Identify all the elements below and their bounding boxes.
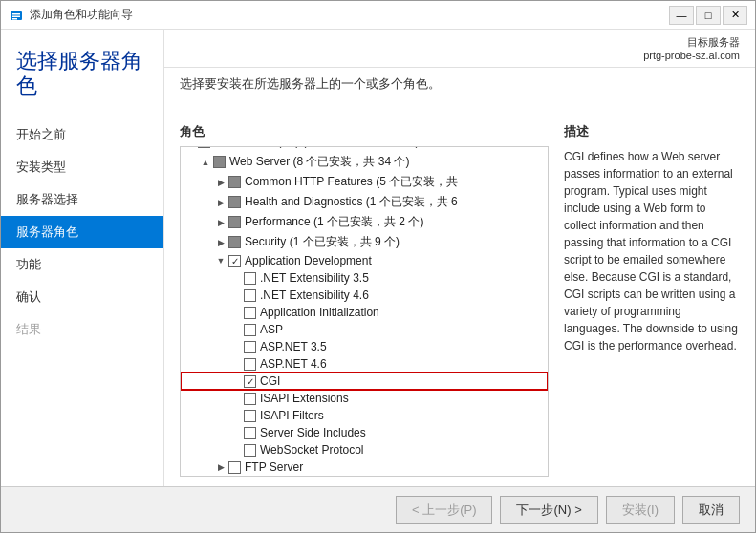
tree-item-label: .NET Extensibility 3.5 — [260, 271, 369, 285]
description-text: CGI defines how a Web server passes info… — [564, 148, 740, 354]
tree-item[interactable]: ▶Health and Diagnostics (1 个已安装，共 6 — [181, 192, 548, 212]
right-body: 角色 ▲Web Server (IIS) (9 个已安装，共 43 个)▲Web… — [164, 114, 755, 486]
right-panel: 目标服务器 prtg-probe-sz.al.com 选择要安装在所选服务器上的… — [163, 30, 755, 486]
tree-item-label: Web Server (IIS) (9 个已安装，共 43 个) — [214, 146, 419, 150]
tree-item[interactable]: ASP.NET 3.5 — [181, 338, 548, 355]
tree-item[interactable]: Server Side Includes — [181, 424, 548, 441]
tree-item-label: Performance (1 个已安装，共 2 个) — [245, 214, 423, 230]
main-window: 添加角色和功能向导 — □ ✕ 选择服务器角色 开始之前 安装类型 服务器选择 … — [0, 0, 756, 533]
svg-rect-3 — [12, 18, 17, 20]
instructions-text: 选择要安装在所选服务器上的一个或多个角色。 — [180, 75, 740, 100]
tree-item-label: CGI — [260, 374, 280, 388]
sidebar-item-install-type[interactable]: 安装类型 — [1, 151, 163, 183]
tree-item[interactable]: Application Initialization — [181, 304, 548, 321]
tree-item-label: Web Server (8 个已安装，共 34 个) — [229, 154, 409, 170]
sidebar-item-confirm[interactable]: 确认 — [1, 281, 163, 313]
tree-checkbox[interactable] — [244, 307, 256, 319]
tree-item-label: Health and Diagnostics (1 个已安装，共 6 — [245, 194, 458, 210]
tree-checkbox[interactable] — [228, 176, 241, 188]
tree-panel: 角色 ▲Web Server (IIS) (9 个已安装，共 43 个)▲Web… — [180, 123, 549, 477]
tree-item-label: ISAPI Filters — [260, 409, 324, 422]
tree-item[interactable]: ▲Web Server (8 个已安装，共 34 个) — [181, 152, 548, 172]
roles-header: 角色 — [180, 123, 549, 140]
sidebar-item-features[interactable]: 功能 — [1, 248, 163, 281]
server-info-header: 目标服务器 prtg-probe-sz.al.com — [164, 30, 755, 68]
tree-checkbox[interactable] — [244, 289, 256, 302]
page-title: 选择服务器角色 — [16, 49, 148, 99]
window-title: 添加角色和功能向导 — [30, 7, 669, 23]
tree-checkbox[interactable] — [244, 324, 256, 336]
prev-button[interactable]: < 上一步(P) — [396, 496, 493, 524]
sidebar-item-before-start[interactable]: 开始之前 — [1, 118, 163, 151]
install-button[interactable]: 安装(I) — [606, 496, 675, 524]
tree-item-label: Application Development — [245, 254, 372, 267]
tree-checkbox[interactable] — [228, 196, 241, 208]
expand-icon[interactable]: ▲ — [184, 146, 196, 148]
tree-item[interactable]: ▶Security (1 个已安装，共 9 个) — [181, 232, 548, 252]
svg-rect-1 — [12, 13, 20, 15]
svg-rect-2 — [12, 15, 20, 17]
tree-checkbox[interactable] — [244, 410, 256, 422]
sidebar-item-server-roles[interactable]: 服务器角色 — [1, 216, 163, 248]
maximize-button[interactable]: □ — [696, 6, 721, 25]
close-button[interactable]: ✕ — [723, 6, 747, 25]
cancel-button[interactable]: 取消 — [682, 496, 740, 524]
server-label: 目标服务器 — [643, 35, 740, 50]
title-bar: 添加角色和功能向导 — □ ✕ — [1, 1, 755, 30]
tree-checkbox[interactable] — [244, 341, 256, 353]
tree-checkbox[interactable] — [213, 156, 226, 168]
expand-icon[interactable]: ▲ — [200, 157, 211, 168]
tree-item-label: ASP.NET 4.6 — [260, 357, 327, 371]
description-header: 描述 — [564, 123, 740, 140]
tree-checkbox[interactable] — [244, 358, 256, 371]
tree-checkbox[interactable]: ✓ — [228, 255, 241, 267]
tree-checkbox[interactable]: ✓ — [244, 375, 256, 388]
tree-item[interactable]: .NET Extensibility 4.6 — [181, 287, 548, 304]
tree-item[interactable]: ASP — [181, 321, 548, 338]
expand-icon[interactable]: ▶ — [215, 461, 227, 473]
tree-item-label: Server Side Includes — [260, 426, 366, 439]
window-controls: — □ ✕ — [669, 6, 747, 25]
tree-checkbox[interactable] — [244, 427, 256, 439]
tree-item-label: Common HTTP Features (5 个已安装，共 — [245, 174, 458, 190]
expand-icon[interactable]: ▶ — [215, 197, 227, 208]
tree-item[interactable]: .NET Extensibility 3.5 — [181, 269, 548, 287]
tree-checkbox[interactable] — [228, 461, 241, 474]
tree-item-label: FTP Server — [245, 460, 303, 474]
tree-item-label: Application Initialization — [260, 306, 379, 319]
tree-item[interactable]: ▶Performance (1 个已安装，共 2 个) — [181, 212, 548, 232]
tree-checkbox[interactable] — [244, 393, 256, 405]
tree-item-label: ISAPI Extensions — [260, 392, 349, 405]
tree-checkbox[interactable] — [198, 146, 210, 148]
expand-icon[interactable]: ▶ — [215, 177, 227, 188]
tree-item[interactable]: ISAPI Extensions — [181, 390, 548, 407]
tree-item-label: ASP — [260, 323, 283, 336]
next-button[interactable]: 下一步(N) > — [500, 496, 597, 524]
content-area: 选择服务器角色 开始之前 安装类型 服务器选择 服务器角色 功能 确认 结果 目… — [1, 30, 755, 486]
tree-item-label: ASP.NET 3.5 — [260, 340, 327, 353]
sidebar-item-server-select[interactable]: 服务器选择 — [1, 183, 163, 216]
tree-checkbox[interactable] — [244, 444, 256, 457]
window-icon — [9, 8, 24, 23]
description-panel: 描述 CGI defines how a Web server passes i… — [549, 123, 740, 477]
tree-checkbox[interactable] — [228, 216, 241, 228]
sidebar-item-results: 结果 — [1, 313, 163, 346]
expand-icon[interactable]: ▶ — [215, 217, 227, 228]
expand-icon[interactable]: ▶ — [215, 237, 227, 248]
roles-tree[interactable]: ▲Web Server (IIS) (9 个已安装，共 43 个)▲Web Se… — [180, 146, 549, 477]
server-name: prtg-probe-sz.al.com — [643, 50, 740, 61]
tree-item-label: Security (1 个已安装，共 9 个) — [245, 234, 400, 250]
minimize-button[interactable]: — — [669, 6, 694, 25]
tree-item-label: WebSocket Protocol — [260, 443, 364, 457]
tree-item[interactable]: WebSocket Protocol — [181, 441, 548, 458]
tree-checkbox[interactable] — [228, 236, 241, 248]
tree-item[interactable]: ▶Common HTTP Features (5 个已安装，共 — [181, 172, 548, 192]
tree-item[interactable]: ISAPI Filters — [181, 407, 548, 424]
tree-item[interactable]: ▶FTP Server — [181, 458, 548, 476]
instructions-area: 选择要安装在所选服务器上的一个或多个角色。 — [164, 68, 755, 114]
tree-item[interactable]: ▼✓Application Development — [181, 252, 548, 269]
tree-checkbox[interactable] — [244, 272, 256, 285]
tree-item[interactable]: ASP.NET 4.6 — [181, 355, 548, 373]
expand-icon[interactable]: ▼ — [215, 255, 227, 266]
tree-item[interactable]: ✓CGI — [181, 373, 548, 390]
